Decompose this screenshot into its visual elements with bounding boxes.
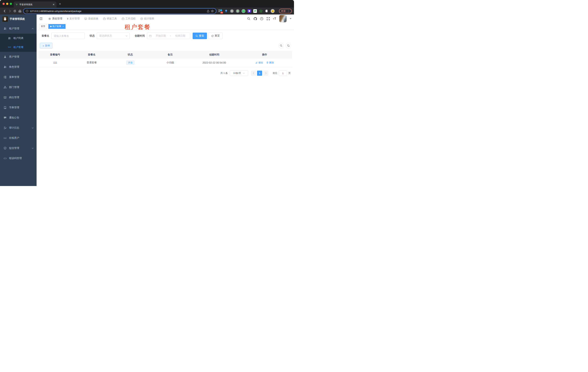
sidebar-item-menu-management[interactable]: 菜单管理 [0,72,37,82]
recorder-extension-icon[interactable] [236,9,240,13]
peoples-icon [4,65,7,68]
font-size-icon[interactable]: TT [273,17,276,20]
sidebar-item-label: 在线用户 [9,136,19,140]
reload-button[interactable] [12,9,17,14]
new-tab-button[interactable]: + [59,2,61,6]
y-extension-icon[interactable]: Y [242,9,245,13]
search-icon [280,44,283,47]
top-menu-report[interactable]: 统计报表 [138,14,157,23]
org-tree-icon [4,86,7,89]
chat-extension-icon[interactable] [253,9,257,13]
top-menu-system[interactable]: 系统管理 [46,14,65,23]
command-extension-icon[interactable]: ⌘ [230,9,234,13]
edit-link[interactable]: 修改 [255,61,263,64]
browser-update-button[interactable]: 更新 ⋮ [279,9,292,13]
back-button[interactable] [2,9,7,14]
home-button[interactable] [17,9,22,14]
bookmark-star-icon[interactable] [211,10,214,12]
browser-tab[interactable]: 芋道管理系统 ✕ [14,1,56,8]
refresh-table-button[interactable] [286,43,291,48]
add-button[interactable]: + 新增 [40,43,52,49]
tag-tenant-package[interactable]: 租户套餐 × [48,24,65,29]
address-bar[interactable]: 127.0.0.1:48080/admin-ui/system/tenant/p… [23,9,216,14]
sidebar-item-user-management[interactable]: 用户管理 [0,52,37,62]
toggle-search-button[interactable] [278,43,284,48]
minimize-window-button[interactable] [6,3,8,5]
sidebar-item-dict-management[interactable]: 字典管理 [0,103,37,113]
trash-icon [266,61,268,64]
star-extension-icon[interactable] [259,9,263,13]
delete-link[interactable]: 删除 [266,61,274,64]
search-form: 套餐名 状态 请选择状态 创建时间 开始日期 - 结束日期 [42,32,292,39]
share-icon[interactable] [207,10,210,12]
id-badge-icon [4,96,7,99]
reset-button[interactable]: 重置 [208,32,223,39]
sidebar-item-notice[interactable]: 通知公告 [0,113,37,123]
extensions-row: 10 ⌘ Y [219,9,292,13]
page-size-select[interactable]: 10条/页 [230,70,248,76]
cell-created-at: 2022-02-22 00:54:00 [191,58,237,67]
sidebar-item-tenant-management[interactable]: 租户管理 [0,23,37,34]
sidebar-item-tenant-list[interactable]: 租户列表 [0,34,37,43]
table-header-row: 套餐编号 套餐名 状态 备注 创建时间 操作 [38,51,292,58]
sidebar-fold-icon[interactable] [39,17,43,21]
fullscreen-icon[interactable] [266,17,270,21]
sidebar-item-label: 菜单管理 [9,75,19,79]
end-date-placeholder[interactable]: 结束日期 [172,34,188,37]
sidebar-item-tenant-package[interactable]: 租户套餐 [0,43,37,52]
top-menu-dev-tools[interactable]: 研发工具 [101,14,119,23]
sidebar-item-error-code[interactable]: 错误码管理 [0,153,37,163]
package-name-input[interactable] [52,32,84,39]
status-select[interactable]: 请选择状态 [97,32,130,39]
url-text: 127.0.0.1:48080/admin-ui/system/tenant/p… [30,10,205,12]
tab-manager-extension-icon[interactable]: 10 [219,9,222,13]
start-date-placeholder[interactable]: 开始日期 [153,34,169,37]
github-icon[interactable] [253,17,257,21]
shield-extension-icon[interactable] [247,9,251,13]
next-page-button[interactable] [263,71,268,76]
tag-label: 首页 [41,25,45,28]
table-toolbar: + 新增 [40,43,291,49]
sidebar-item-online-users[interactable]: 在线用户 [0,133,37,143]
top-menu-label: 支付管理 [70,17,80,20]
sidebar-item-dept-management[interactable]: 部门管理 [0,82,37,92]
gem-extension-icon[interactable] [224,9,228,13]
forward-button[interactable] [7,9,12,14]
tag-close-icon[interactable]: × [63,25,64,28]
header-search-icon[interactable] [247,17,250,20]
top-menu-label: 研发工具 [107,17,117,20]
top-menu-workflow[interactable]: 工作流程 [119,14,138,23]
sidebar-item-label: 租户列表 [13,37,23,40]
cell-actions: 修改 删除 [237,58,292,67]
chevron-down-icon [243,73,245,74]
date-range-picker[interactable]: 开始日期 - 结束日期 [147,32,190,39]
puzzle-extensions-menu-icon[interactable] [265,9,268,13]
top-menu-pay[interactable]: ¥ 支付管理 [65,14,82,23]
sidebar-item-label: 租户管理 [9,27,19,30]
browser-menu-icon[interactable]: ⋮ [287,10,290,13]
sidebar-item-label: 用户管理 [9,55,19,58]
prev-page-button[interactable] [251,71,256,76]
sidebar-item-role-management[interactable]: 角色管理 [0,62,37,72]
profile-avatar-icon[interactable] [271,9,275,13]
tab-close-icon[interactable]: ✕ [52,3,55,6]
sidebar-item-sms-management[interactable]: 短信管理 [0,143,37,153]
zoom-window-button[interactable] [10,3,12,5]
search-button[interactable]: 搜索 [193,32,207,39]
goto-page-input[interactable] [279,70,287,76]
page-number-1[interactable]: 1 [257,71,262,76]
sidebar-item-audit-log[interactable]: 审计日志 [0,123,37,133]
search-icon [196,35,198,37]
close-window-button[interactable] [2,3,5,5]
peoples-icon [4,27,7,30]
site-info-icon[interactable] [26,10,28,12]
date-separator: - [170,34,171,37]
user-avatar[interactable] [279,15,287,22]
top-menu-infra[interactable]: 基础设施 [82,14,101,23]
app-logo[interactable]: 芋道管理系统 [0,14,37,23]
sidebar-item-post-management[interactable]: 岗位管理 [0,92,37,103]
update-label: 更新 [281,10,286,13]
help-icon[interactable]: ? [260,17,263,21]
tag-home[interactable]: 首页 [39,24,47,29]
avatar-caret-icon[interactable] [290,18,292,19]
